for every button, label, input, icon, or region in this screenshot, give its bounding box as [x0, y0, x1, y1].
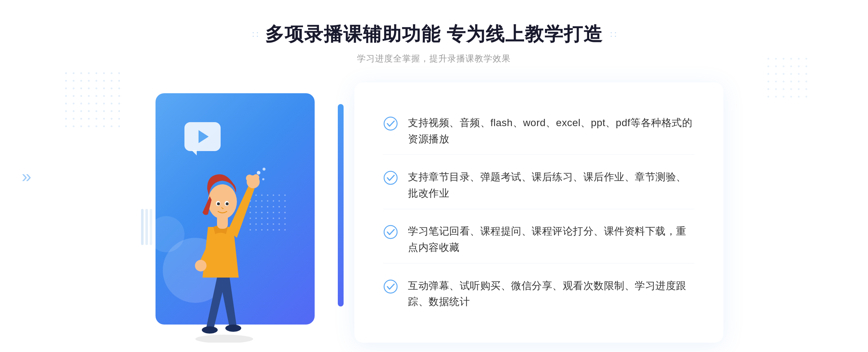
svg-point-19	[384, 280, 397, 293]
feature-item-3: 学习笔记回看、课程提问、课程评论打分、课件资料下载，重点内容收藏	[383, 216, 694, 263]
check-icon-2	[383, 171, 398, 185]
svg-point-4	[246, 175, 253, 182]
svg-point-1	[202, 326, 218, 334]
dot-pattern-right: (() => { const container = document.quer…	[767, 58, 810, 100]
feature-text-2: 支持章节目录、弹题考试、课后练习、课后作业、章节测验、批改作业	[408, 169, 694, 202]
svg-point-17	[384, 171, 397, 184]
header-decorators: ∷ 多项录播课辅助功能 专为线上教学打造 ∷	[252, 22, 616, 47]
right-blue-bar	[338, 104, 344, 306]
svg-point-5	[253, 174, 259, 181]
svg-point-0	[195, 335, 253, 343]
svg-point-8	[208, 184, 237, 219]
left-arrow-decoration: »	[22, 166, 31, 186]
feature-text-4: 互动弹幕、试听购买、微信分享、观看次数限制、学习进度跟踪、数据统计	[408, 278, 694, 310]
subtitle: 学习进度全掌握，提升录播课教学效果	[252, 53, 616, 64]
feature-item-1: 支持视频、音频、flash、word、excel、ppt、pdf等各种格式的资源…	[383, 108, 694, 155]
header-right-decorator: ∷	[610, 29, 616, 40]
svg-point-13	[257, 171, 260, 175]
dot-pattern-left: (() => { const container = document.quer…	[65, 72, 123, 130]
page-container: (() => { const container = document.quer…	[0, 0, 868, 352]
check-icon-1	[383, 116, 398, 131]
svg-point-11	[217, 202, 220, 205]
features-list: 支持视频、音频、flash、word、excel、ppt、pdf等各种格式的资源…	[383, 104, 694, 321]
person-illustration	[166, 126, 289, 343]
feature-text-1: 支持视频、音频、flash、word、excel、ppt、pdf等各种格式的资源…	[408, 115, 694, 147]
check-icon-4	[383, 279, 398, 294]
svg-point-12	[226, 202, 229, 205]
svg-point-2	[225, 325, 241, 332]
content-area: 支持视频、音频、flash、word、excel、ppt、pdf等各种格式的资源…	[145, 82, 723, 343]
check-icon-3	[383, 225, 398, 239]
header-left-decorator: ∷	[252, 29, 258, 40]
main-title: 多项录播课辅助功能 专为线上教学打造	[265, 22, 603, 47]
svg-point-14	[262, 178, 264, 180]
svg-point-16	[384, 117, 397, 130]
feature-text-3: 学习笔记回看、课程提问、课程评论打分、课件资料下载，重点内容收藏	[408, 223, 694, 256]
svg-point-6	[195, 260, 207, 271]
svg-point-15	[263, 168, 265, 171]
feature-item-2: 支持章节目录、弹题考试、课后练习、课后作业、章节测验、批改作业	[383, 162, 694, 209]
features-card: 支持视频、音频、flash、word、excel、ppt、pdf等各种格式的资源…	[354, 82, 723, 343]
feature-item-4: 互动弹幕、试听购买、微信分享、观看次数限制、学习进度跟踪、数据统计	[383, 271, 694, 318]
svg-point-18	[384, 226, 397, 239]
header-section: ∷ 多项录播课辅助功能 专为线上教学打造 ∷ 学习进度全掌握，提升录播课教学效果	[252, 22, 616, 64]
illustration-area	[145, 82, 347, 343]
